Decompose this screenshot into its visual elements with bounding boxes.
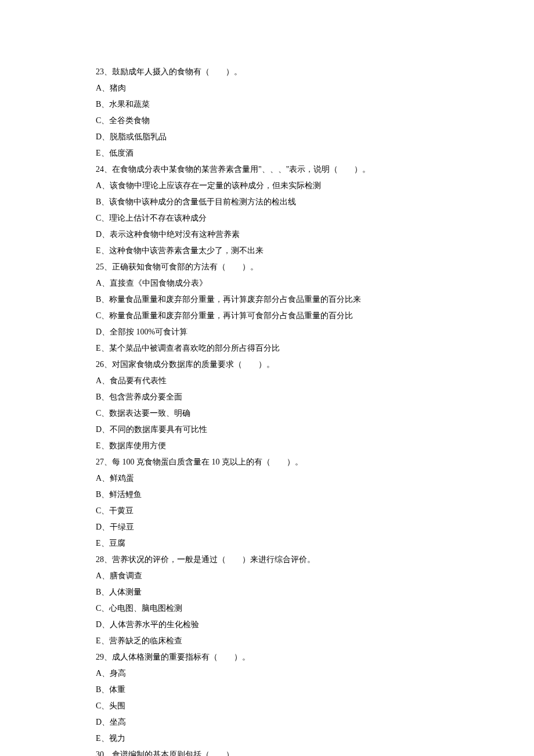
question-text: 25、正确获知食物可食部的方法有（ ）。 bbox=[96, 259, 447, 275]
question-text: 29、成人体格测量的重要指标有（ ）。 bbox=[96, 649, 447, 665]
option-a: A、该食物中理论上应该存在一定量的该种成分，但未实际检测 bbox=[96, 178, 447, 194]
question-text: 27、每 100 克食物蛋白质含量在 10 克以上的有（ ）。 bbox=[96, 454, 447, 470]
option-b: B、该食物中该种成分的含量低于目前检测方法的检出线 bbox=[96, 194, 447, 210]
option-c: C、理论上估计不存在该种成分 bbox=[96, 210, 447, 226]
option-c: C、干黄豆 bbox=[96, 503, 447, 519]
option-e: E、视力 bbox=[96, 730, 447, 747]
option-b: B、人体测量 bbox=[96, 584, 447, 600]
option-a: A、膳食调查 bbox=[96, 568, 447, 584]
document-page: 23、鼓励成年人摄入的食物有（ ）。 A、猪肉 B、水果和蔬菜 C、全谷类食物 … bbox=[0, 0, 534, 756]
option-d: D、表示这种食物中绝对没有这种营养素 bbox=[96, 226, 447, 243]
option-a: A、鲜鸡蛋 bbox=[96, 470, 447, 487]
option-b: B、体重 bbox=[96, 682, 447, 698]
option-d: D、全部按 100%可食计算 bbox=[96, 324, 447, 340]
option-a: A、直接查《中国食物成分表》 bbox=[96, 275, 447, 291]
option-d: D、脱脂或低脂乳品 bbox=[96, 129, 447, 145]
option-a: A、食品要有代表性 bbox=[96, 373, 447, 389]
option-c: C、数据表达要一致、明确 bbox=[96, 405, 447, 422]
option-e: E、某个菜品中被调查者喜欢吃的部分所占得百分比 bbox=[96, 340, 447, 357]
option-c: C、全谷类食物 bbox=[96, 113, 447, 129]
option-c: C、称量食品重量和废弃部分重量，再计算可食部分占食品重量的百分比 bbox=[96, 308, 447, 324]
question-block-30: 30、食谱编制的基本原则包括（ ）。 A、平衡膳食 bbox=[96, 747, 447, 756]
option-b: B、包含营养成分要全面 bbox=[96, 389, 447, 405]
question-text: 28、营养状况的评价，一般是通过（ ）来进行综合评价。 bbox=[96, 552, 447, 568]
option-d: D、坐高 bbox=[96, 714, 447, 730]
option-d: D、不同的数据库要具有可比性 bbox=[96, 422, 447, 438]
question-block-29: 29、成人体格测量的重要指标有（ ）。 A、身高 B、体重 C、头围 D、坐高 … bbox=[96, 649, 447, 747]
option-a: A、猪肉 bbox=[96, 80, 447, 96]
option-c: C、心电图、脑电图检测 bbox=[96, 600, 447, 617]
question-block-27: 27、每 100 克食物蛋白质含量在 10 克以上的有（ ）。 A、鲜鸡蛋 B、… bbox=[96, 454, 447, 552]
option-e: E、低度酒 bbox=[96, 145, 447, 161]
option-e: E、豆腐 bbox=[96, 535, 447, 552]
option-d: D、干绿豆 bbox=[96, 519, 447, 535]
option-e: E、营养缺乏的临床检查 bbox=[96, 633, 447, 649]
question-text: 23、鼓励成年人摄入的食物有（ ）。 bbox=[96, 64, 447, 80]
question-text: 30、食谱编制的基本原则包括（ ）。 bbox=[96, 747, 447, 756]
option-e: E、这种食物中该营养素含量太少了，测不出来 bbox=[96, 243, 447, 259]
option-b: B、水果和蔬菜 bbox=[96, 96, 447, 113]
question-block-26: 26、对国家食物成分数据库的质量要求（ ）。 A、食品要有代表性 B、包含营养成… bbox=[96, 357, 447, 454]
question-block-25: 25、正确获知食物可食部的方法有（ ）。 A、直接查《中国食物成分表》 B、称量… bbox=[96, 259, 447, 357]
option-b: B、鲜活鲤鱼 bbox=[96, 487, 447, 503]
question-block-28: 28、营养状况的评价，一般是通过（ ）来进行综合评价。 A、膳食调查 B、人体测… bbox=[96, 552, 447, 649]
question-text: 24、在食物成分表中某食物的某营养素含量用"、、、"表示，说明（ ）。 bbox=[96, 161, 447, 178]
option-a: A、身高 bbox=[96, 665, 447, 682]
question-block-23: 23、鼓励成年人摄入的食物有（ ）。 A、猪肉 B、水果和蔬菜 C、全谷类食物 … bbox=[96, 64, 447, 161]
option-b: B、称量食品重量和废弃部分重量，再计算废弃部分占食品重量的百分比来 bbox=[96, 291, 447, 308]
question-block-24: 24、在食物成分表中某食物的某营养素含量用"、、、"表示，说明（ ）。 A、该食… bbox=[96, 161, 447, 259]
option-d: D、人体营养水平的生化检验 bbox=[96, 617, 447, 633]
option-c: C、头围 bbox=[96, 698, 447, 714]
question-text: 26、对国家食物成分数据库的质量要求（ ）。 bbox=[96, 357, 447, 373]
option-e: E、数据库使用方便 bbox=[96, 438, 447, 454]
